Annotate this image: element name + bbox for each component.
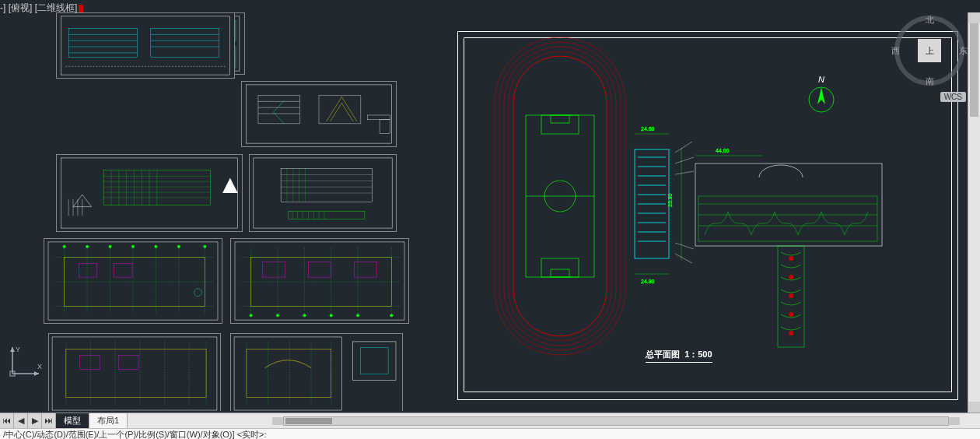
svg-point-125 — [303, 314, 306, 317]
drawing-thumb-6[interactable] — [249, 154, 397, 232]
drawing-thumb-7[interactable] — [44, 238, 222, 324]
svg-point-106 — [154, 245, 157, 248]
floorplan4-icon — [231, 334, 402, 411]
svg-rect-158 — [551, 269, 569, 277]
tab-model[interactable]: 模型 — [56, 413, 89, 428]
svg-point-127 — [356, 314, 359, 317]
scroll-right-arrow[interactable] — [949, 417, 960, 425]
tab-nav-next[interactable]: ▶ — [28, 413, 42, 428]
svg-rect-130 — [308, 262, 331, 277]
viewcube-west[interactable]: 西 — [891, 45, 900, 57]
svg-point-126 — [330, 314, 333, 317]
svg-rect-132 — [52, 337, 217, 410]
drawing-thumb-4[interactable] — [241, 81, 397, 147]
svg-line-191 — [675, 157, 694, 163]
elevation-icon — [57, 13, 234, 78]
svg-line-194 — [675, 254, 692, 263]
svg-point-103 — [86, 245, 89, 248]
svg-rect-42 — [151, 29, 219, 58]
svg-rect-133 — [66, 349, 206, 397]
svg-line-190 — [675, 142, 692, 153]
svg-point-123 — [250, 314, 253, 317]
svg-rect-141 — [80, 356, 100, 370]
scroll-up-arrow[interactable] — [968, 12, 980, 23]
viewport-label-text: -] [俯视] [二维线框] — [0, 2, 77, 13]
svg-rect-82 — [289, 212, 365, 220]
svg-rect-129 — [262, 262, 285, 277]
wcs-badge[interactable]: WCS — [940, 92, 966, 102]
svg-line-192 — [675, 171, 694, 174]
viewcube-face-top[interactable]: 上 — [918, 39, 941, 62]
svg-rect-109 — [79, 263, 97, 277]
vertical-scroll-thumb[interactable] — [970, 23, 978, 117]
svg-text:44.00: 44.00 — [716, 148, 730, 153]
svg-point-183 — [789, 256, 793, 261]
svg-rect-53 — [380, 120, 390, 134]
horizontal-scrollbar[interactable] — [283, 416, 949, 426]
svg-text:23.80: 23.80 — [667, 193, 673, 207]
svg-point-128 — [390, 314, 393, 317]
svg-point-108 — [203, 245, 206, 248]
svg-rect-112 — [235, 242, 404, 320]
svg-rect-155 — [541, 115, 579, 134]
svg-text:Y: Y — [16, 346, 20, 353]
floorplan2-icon — [231, 239, 408, 323]
svg-rect-156 — [541, 258, 579, 277]
svg-rect-177 — [695, 163, 882, 246]
tab-spacer — [128, 413, 980, 428]
svg-rect-37 — [68, 29, 137, 58]
tab-layout1[interactable]: 布局1 — [89, 413, 128, 428]
svg-rect-73 — [281, 169, 373, 202]
floorplan1-icon — [44, 239, 222, 323]
ucs-icon[interactable]: X Y — [8, 342, 44, 381]
viewcube-north[interactable]: 北 — [926, 14, 934, 26]
drawing-thumb-10[interactable] — [230, 333, 403, 411]
svg-text:N: N — [818, 75, 824, 84]
svg-point-187 — [789, 331, 793, 335]
svg-point-111 — [194, 289, 202, 297]
svg-text:24.80: 24.80 — [641, 279, 655, 284]
svg-point-124 — [276, 314, 279, 317]
svg-point-102 — [63, 245, 66, 248]
main-drawing-area[interactable]: 24.60 24.80 23.80 44.00 — [451, 25, 964, 423]
elevation3-icon — [250, 155, 396, 231]
vertical-scrollbar[interactable] — [968, 12, 980, 413]
tab-nav-last[interactable]: ⏭ — [42, 413, 56, 428]
svg-point-104 — [109, 245, 112, 248]
viewcube-south[interactable]: 南 — [926, 76, 934, 87]
site-plan-title: 总平面图 1：500 — [646, 349, 712, 363]
svg-point-185 — [789, 293, 793, 298]
svg-text:X: X — [37, 363, 42, 371]
drawing-thumb-8[interactable] — [230, 238, 409, 324]
command-line[interactable]: /中心(C)/动态(D)/范围(E)/上一个(P)/比例(S)/窗口(W)/对象… — [0, 428, 980, 439]
tab-nav-first[interactable]: ⏮ — [0, 413, 14, 428]
svg-rect-150 — [353, 342, 396, 381]
svg-rect-178 — [698, 196, 877, 241]
viewport-label[interactable]: -] [俯视] [二维线框] — [0, 2, 83, 15]
svg-line-193 — [675, 243, 694, 249]
svg-point-105 — [131, 245, 135, 248]
drawing-canvas[interactable]: 24.60 24.80 23.80 44.00 — [0, 12, 980, 413]
svg-rect-110 — [114, 263, 132, 277]
view-cube[interactable]: 上 北 南 东 西 — [894, 16, 964, 86]
drawing-thumb-3[interactable] — [56, 12, 235, 79]
horizontal-scroll-thumb[interactable] — [285, 418, 332, 424]
viewcube-east[interactable]: 东 — [959, 45, 968, 57]
svg-rect-36 — [61, 16, 230, 75]
elevation2-icon — [57, 155, 242, 231]
svg-rect-142 — [118, 356, 138, 370]
svg-rect-131 — [354, 262, 376, 277]
svg-point-186 — [789, 312, 793, 317]
svg-rect-151 — [360, 348, 388, 374]
scroll-left-arrow[interactable] — [272, 417, 283, 425]
layout-tabs: ⏮ ◀ ▶ ⏭ 模型 布局1 — [0, 413, 980, 428]
scroll-down-arrow[interactable] — [968, 402, 980, 413]
drawing-thumb-9[interactable] — [48, 333, 221, 411]
svg-rect-143 — [234, 337, 342, 410]
tab-nav-prev[interactable]: ◀ — [14, 413, 28, 428]
floorplan3-icon — [49, 334, 220, 411]
dim-label: 24.60 — [641, 126, 655, 132]
drawing-thumb-5[interactable] — [56, 154, 243, 232]
section-icon — [242, 82, 396, 146]
svg-point-184 — [789, 275, 793, 279]
